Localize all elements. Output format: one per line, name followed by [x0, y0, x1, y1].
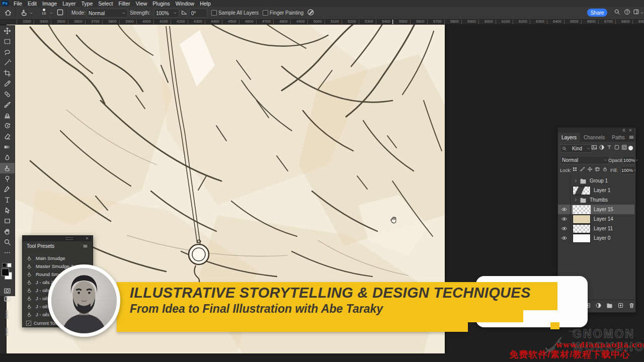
eraser-tool[interactable]: [0, 131, 15, 142]
search-icon[interactable]: [614, 9, 620, 15]
adjustment-filter-icon[interactable]: [599, 144, 605, 150]
menu-file[interactable]: File: [14, 1, 22, 7]
layer-thumbnail[interactable]: [573, 215, 591, 224]
mode-select[interactable]: Normal: [87, 9, 128, 18]
tool-preset-item[interactable]: Main Smudge: [23, 254, 92, 262]
menu-filter[interactable]: Filter: [118, 1, 130, 7]
opacity-select[interactable]: 100%: [622, 156, 635, 164]
workspace-icon[interactable]: [633, 9, 639, 15]
new-layer-icon[interactable]: [617, 302, 624, 309]
history-brush-tool[interactable]: [0, 121, 15, 131]
current-tool-icon[interactable]: [20, 9, 28, 17]
menu-edit[interactable]: Edit: [28, 1, 37, 7]
image-filter-icon[interactable]: [591, 144, 597, 150]
blur-tool[interactable]: [0, 152, 15, 163]
layer-row-layer-1[interactable]: Layer 1: [558, 186, 634, 195]
tab-channels[interactable]: Channels: [580, 133, 608, 142]
panel-menu-icon[interactable]: [83, 243, 88, 249]
menu-layer[interactable]: Layer: [62, 1, 75, 7]
layer-row-layer-11[interactable]: Layer 11: [558, 224, 634, 233]
horizontal-ruler[interactable]: 3300340035003600370038003900400041004200…: [0, 19, 644, 25]
pen-tool[interactable]: [0, 184, 15, 195]
clone-stamp-tool[interactable]: [0, 110, 15, 121]
hand-tool[interactable]: [0, 226, 15, 237]
strength-select[interactable]: 100%: [154, 9, 179, 18]
adjustment-icon[interactable]: [595, 302, 602, 309]
crop-tool[interactable]: [0, 68, 15, 78]
menu-image[interactable]: Image: [42, 1, 57, 7]
default-colors-icon[interactable]: [2, 263, 7, 267]
layer-row-layer-14[interactable]: Layer 14: [558, 214, 634, 224]
color-swatches[interactable]: [0, 262, 15, 285]
move-tool[interactable]: [0, 26, 15, 36]
current-tool-only-checkbox[interactable]: ✓: [26, 321, 31, 326]
blend-mode-select[interactable]: Normal: [560, 156, 609, 164]
close-panel-icon[interactable]: [628, 128, 632, 132]
screen-mode-icon[interactable]: [4, 295, 11, 303]
folder-icon[interactable]: [606, 302, 613, 309]
layer-thumbnail[interactable]: [573, 224, 591, 233]
brush-preset-picker[interactable]: 16: [39, 8, 48, 16]
menu-type[interactable]: Type: [81, 1, 93, 7]
lock-paint-icon[interactable]: [580, 166, 585, 172]
type-tool[interactable]: [0, 195, 15, 205]
filter-kind-select[interactable]: Kind: [560, 144, 592, 153]
layer-row-layer-0[interactable]: Layer 0: [558, 233, 634, 243]
photoshop-logo[interactable]: Ps: [2, 1, 9, 6]
fill-select[interactable]: 100%: [620, 166, 635, 174]
brush-picker-chevron-icon[interactable]: [49, 11, 53, 15]
quick-mask-icon[interactable]: [4, 287, 11, 295]
path-selection-tool[interactable]: [0, 205, 15, 216]
visibility-toggle[interactable]: [558, 186, 571, 195]
visibility-toggle[interactable]: [558, 195, 571, 205]
brush-tool[interactable]: [0, 100, 15, 110]
panel-menu-icon[interactable]: [628, 134, 634, 140]
smart-object-filter-icon[interactable]: [621, 144, 627, 150]
expand-group-icon[interactable]: [574, 198, 578, 202]
layer-thumbnail[interactable]: [573, 234, 591, 243]
type-filter-icon[interactable]: [606, 144, 612, 150]
lock-position-icon[interactable]: [587, 166, 593, 172]
delete-icon[interactable]: [628, 302, 635, 309]
close-panel-icon[interactable]: [85, 236, 89, 240]
help-icon[interactable]: [624, 9, 630, 15]
eyedropper-tool[interactable]: [0, 78, 15, 89]
spot-healing-brush-tool[interactable]: [0, 89, 15, 100]
menu-help[interactable]: Help: [200, 1, 211, 7]
quick-selection-tool[interactable]: [0, 57, 15, 68]
tab-paths[interactable]: Paths: [608, 133, 628, 142]
sample-all-layers-checkbox[interactable]: [211, 10, 217, 16]
visibility-toggle[interactable]: [558, 214, 571, 224]
rectangular-marquee-tool[interactable]: [0, 36, 15, 47]
lock-all-icon[interactable]: [602, 166, 608, 172]
edit-toolbar-ellipsis[interactable]: [0, 247, 15, 258]
home-icon[interactable]: [4, 9, 12, 17]
visibility-toggle[interactable]: [558, 205, 571, 214]
layer-row-layer-15[interactable]: Layer 15: [558, 205, 634, 214]
menu-plugins[interactable]: Plugins: [152, 1, 170, 7]
visibility-toggle[interactable]: [558, 233, 571, 243]
layer-row-thumbs[interactable]: Thumbs: [558, 195, 634, 205]
tool-preset-chevron-icon[interactable]: [29, 11, 33, 15]
filter-toggle[interactable]: [628, 146, 633, 150]
grip-icon[interactable]: [66, 237, 73, 240]
workspace-chevron-icon[interactable]: [640, 11, 644, 15]
shape-filter-icon[interactable]: [614, 144, 620, 150]
expand-group-icon[interactable]: [574, 178, 578, 183]
layer-thumbnail[interactable]: [573, 205, 591, 214]
lock-artboard-icon[interactable]: [595, 166, 600, 172]
tab-layers[interactable]: Layers: [558, 133, 580, 142]
foreground-color-swatch[interactable]: [2, 268, 9, 276]
visibility-toggle[interactable]: [558, 224, 571, 233]
menu-view[interactable]: View: [136, 1, 147, 7]
smoothing-icon[interactable]: [307, 9, 314, 16]
smudge-tool[interactable]: [0, 163, 15, 173]
finger-painting-checkbox[interactable]: [263, 10, 268, 16]
zoom-tool[interactable]: [0, 237, 15, 247]
rectangle-tool[interactable]: [0, 216, 15, 226]
menu-window[interactable]: Window: [176, 1, 194, 7]
visibility-toggle[interactable]: [558, 176, 571, 186]
collapse-panel-icon[interactable]: [621, 128, 625, 132]
menu-select[interactable]: Select: [98, 1, 113, 7]
dodge-tool[interactable]: [0, 173, 15, 184]
